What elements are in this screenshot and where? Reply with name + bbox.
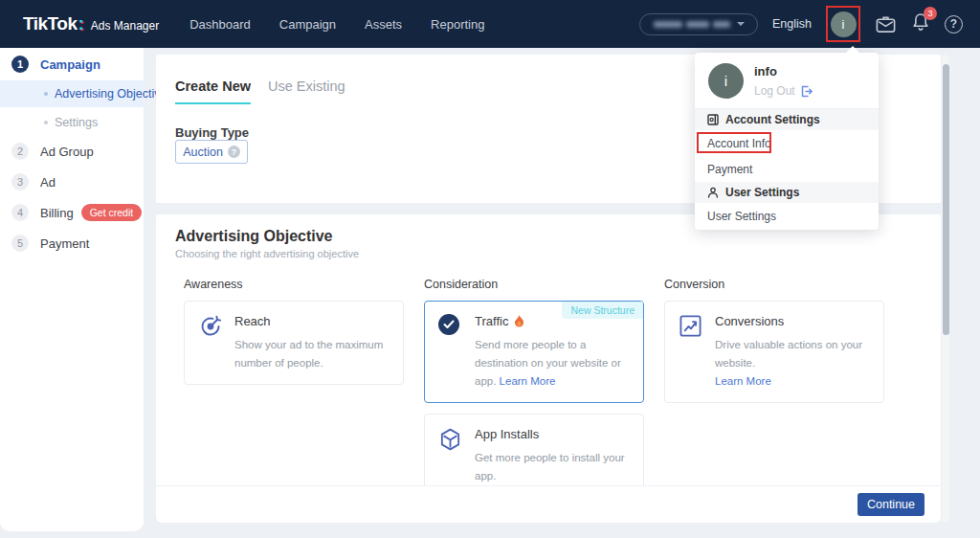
- objective-card-app-installs[interactable]: App Installs Get more people to install …: [424, 414, 644, 485]
- tab-create-new[interactable]: Create New: [175, 78, 251, 104]
- section-title: Advertising Objective: [175, 228, 333, 245]
- card-title: Traffic: [475, 314, 508, 328]
- user-settings-icon: [707, 187, 719, 198]
- card-description: Drive valuable actions on your website.: [715, 339, 862, 369]
- sidebar-step-campaign[interactable]: 1 Campaign: [0, 55, 144, 74]
- step-number: 3: [11, 173, 29, 191]
- sub-item-label: Settings: [55, 116, 98, 129]
- logout-icon: [800, 85, 813, 98]
- selected-check-icon: [438, 314, 463, 391]
- menu-item-label: Payment: [707, 163, 752, 176]
- scrollbar-thumb[interactable]: [943, 64, 949, 335]
- profile-name: info: [754, 64, 813, 78]
- section-header-label: Account Settings: [725, 113, 820, 126]
- logout-label: Log Out: [754, 84, 795, 98]
- menu-item-account-info[interactable]: Account Info: [695, 130, 879, 157]
- logout-button[interactable]: Log Out: [754, 84, 813, 98]
- sidebar-step-ad-group[interactable]: 2 Ad Group: [0, 142, 144, 161]
- objective-card-traffic[interactable]: New Structure Traffic: [424, 301, 644, 403]
- avatar-annotation-box: i: [826, 6, 860, 42]
- language-selector[interactable]: English: [772, 17, 812, 31]
- sidebar-item-settings[interactable]: Settings: [0, 113, 144, 132]
- fire-icon: [514, 315, 524, 327]
- logo-colon-icon: :: [78, 13, 83, 34]
- sidebar-item-advertising-objective[interactable]: Advertising Objective: [0, 80, 144, 107]
- notification-count-badge: 3: [924, 7, 937, 20]
- logo-text: TikTok: [23, 13, 77, 34]
- nav-item-dashboard[interactable]: Dashboard: [189, 17, 251, 32]
- step-label: Ad: [40, 175, 56, 190]
- learn-more-link[interactable]: Learn More: [500, 375, 556, 387]
- learn-more-link[interactable]: Learn More: [715, 375, 771, 387]
- card-description: Get more people to install your app.: [475, 449, 632, 485]
- inbox-icon[interactable]: [875, 14, 897, 34]
- column-header: Consideration: [424, 278, 644, 291]
- nav-item-reporting[interactable]: Reporting: [431, 17, 484, 32]
- account-dropdown-menu: i info Log Out Account Settings Account …: [695, 53, 879, 230]
- nav-item-assets[interactable]: Assets: [365, 17, 402, 32]
- account-settings-header: Account Settings: [695, 109, 879, 130]
- menu-item-payment[interactable]: Payment: [695, 157, 879, 182]
- column-consideration: Consideration New Structure Traffic: [424, 278, 644, 485]
- step-label: Payment: [40, 236, 89, 251]
- bullet-dot-icon: [44, 92, 48, 96]
- app-installs-hexagon-icon: [438, 427, 463, 485]
- account-selector[interactable]: [639, 13, 758, 35]
- step-label: Billing: [40, 206, 74, 220]
- top-navbar: TikTok : Ads Manager Dashboard Campaign …: [0, 0, 980, 48]
- continue-button[interactable]: Continue: [858, 493, 924, 516]
- account-info-annotation-box: [697, 132, 771, 153]
- auction-label: Auction: [183, 146, 223, 159]
- section-header-label: User Settings: [725, 186, 799, 199]
- column-conversion: Conversion Conversions Drive valuable ac…: [664, 278, 884, 485]
- step-label: Ad Group: [40, 145, 94, 159]
- tab-use-existing[interactable]: Use Existing: [268, 78, 345, 104]
- buying-type-label: Buying Type: [175, 125, 249, 140]
- section-subtitle: Choosing the right advertising objective: [175, 248, 359, 259]
- card-description: Show your ad to the maximum number of pe…: [234, 336, 391, 372]
- avatar[interactable]: i: [831, 11, 857, 37]
- step-number: 2: [11, 143, 29, 160]
- menu-item-label: User Settings: [707, 210, 776, 223]
- column-awareness: Awareness Reach Show your ad to the maxi…: [184, 278, 404, 485]
- sidebar-step-payment[interactable]: 5 Payment: [0, 234, 144, 253]
- column-header: Conversion: [664, 278, 884, 291]
- nav-item-campaign[interactable]: Campaign: [279, 17, 336, 32]
- card-title: Reach: [234, 314, 391, 328]
- card-title: App Installs: [475, 427, 632, 441]
- reach-target-icon: [198, 314, 223, 372]
- objective-card-reach[interactable]: Reach Show your ad to the maximum number…: [184, 301, 404, 385]
- redacted-account-name: [713, 21, 730, 28]
- advertising-objective-panel: Advertising Objective Choosing the right…: [156, 214, 941, 485]
- dropdown-profile-row: i info Log Out: [695, 53, 879, 109]
- step-number: 4: [11, 204, 29, 221]
- account-settings-icon: [707, 114, 719, 125]
- campaign-tabs: Create New Use Existing: [175, 78, 345, 104]
- steps-sidebar: 1 Campaign Advertising Objective Setting…: [0, 48, 144, 531]
- tiktok-logo: TikTok : Ads Manager: [23, 13, 159, 34]
- info-tooltip-icon[interactable]: ?: [228, 146, 240, 158]
- nav-menu: Dashboard Campaign Assets Reporting: [189, 17, 484, 32]
- logo-subtitle: Ads Manager: [91, 19, 159, 33]
- conversions-chart-icon: [679, 314, 703, 391]
- objective-card-conversions[interactable]: Conversions Drive valuable actions on yo…: [664, 301, 884, 403]
- footer-bar: Continue: [156, 486, 941, 523]
- scrollbar-track[interactable]: [942, 55, 949, 523]
- auction-button[interactable]: Auction ?: [175, 140, 248, 164]
- help-icon[interactable]: ?: [945, 15, 963, 34]
- step-number: 1: [11, 56, 29, 73]
- avatar: i: [708, 63, 744, 99]
- card-title: Conversions: [715, 314, 872, 328]
- get-credit-badge[interactable]: Get credit: [81, 204, 143, 221]
- sidebar-step-billing[interactable]: 4 Billing Get credit: [0, 203, 144, 222]
- menu-item-user-settings[interactable]: User Settings: [695, 203, 879, 230]
- step-number: 5: [11, 235, 29, 252]
- notifications-bell[interactable]: 3: [911, 12, 930, 36]
- dropdown-caret: [845, 46, 860, 54]
- user-settings-header: User Settings: [695, 182, 879, 203]
- bullet-dot-icon: [44, 121, 48, 124]
- redacted-account-name: [686, 21, 709, 28]
- sidebar-step-ad[interactable]: 3 Ad: [0, 172, 144, 191]
- column-header: Awareness: [184, 278, 404, 291]
- redacted-account-name: [654, 21, 682, 28]
